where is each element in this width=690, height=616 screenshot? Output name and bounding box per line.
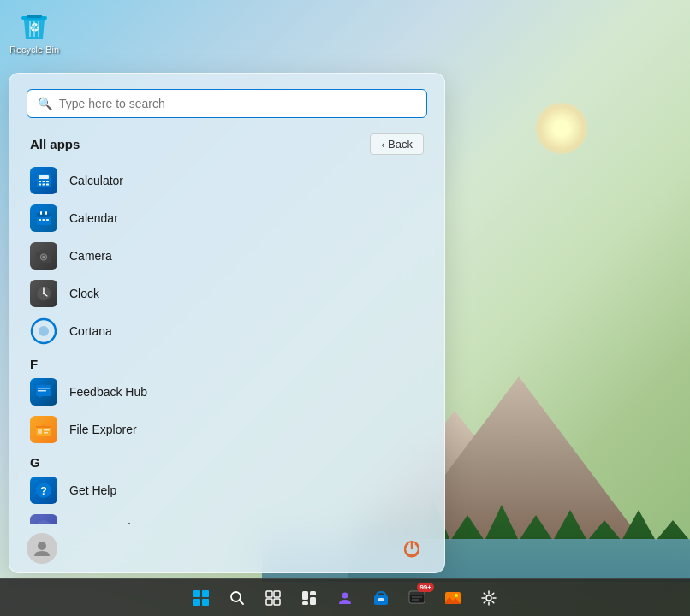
app-item-calculator[interactable]: Calculator <box>23 162 431 199</box>
start-menu-panel: 🔍 All apps ‹ Back <box>9 73 445 573</box>
svg-point-32 <box>39 326 49 336</box>
app-name-get-help: Get Help <box>69 483 116 497</box>
svg-rect-54 <box>266 591 272 597</box>
sun-decoration <box>536 103 587 154</box>
svg-rect-18 <box>39 219 41 221</box>
feedback-hub-icon <box>30 378 57 406</box>
svg-point-30 <box>43 293 45 294</box>
svg-rect-34 <box>38 388 50 389</box>
svg-rect-35 <box>38 390 46 392</box>
svg-rect-55 <box>274 591 280 597</box>
calendar-icon <box>30 204 57 232</box>
app-item-calendar[interactable]: Calendar <box>23 199 431 237</box>
svg-point-71 <box>486 595 491 601</box>
back-chevron-icon: ‹ <box>381 139 384 150</box>
svg-point-70 <box>455 594 458 597</box>
svg-marker-36 <box>39 396 42 399</box>
start-menu-footer <box>9 524 444 572</box>
search-bar[interactable]: 🔍 <box>27 89 427 118</box>
svg-rect-13 <box>46 184 49 186</box>
svg-rect-10 <box>46 181 49 182</box>
app-item-get-help[interactable]: ? Get Help <box>23 471 431 509</box>
svg-rect-57 <box>274 599 280 605</box>
svg-point-24 <box>43 256 45 258</box>
app-item-get-started[interactable]: ✦ Get Started <box>23 509 431 524</box>
svg-rect-17 <box>45 211 47 215</box>
app-item-cortana[interactable]: Cortana <box>23 312 431 350</box>
back-button[interactable]: ‹ Back <box>370 133 424 155</box>
svg-rect-60 <box>310 597 316 605</box>
app-item-feedback-hub[interactable]: Feedback Hub <box>23 373 431 411</box>
taskbar-start-button[interactable] <box>184 581 218 615</box>
desktop: ♻ Recycle Bin 🔍 All apps ‹ Back <box>0 0 690 616</box>
svg-rect-61 <box>302 601 308 605</box>
taskbar-widgets-button[interactable] <box>292 581 326 615</box>
svg-rect-12 <box>43 184 45 186</box>
svg-rect-40 <box>44 432 48 434</box>
recycle-bin[interactable]: ♻ Recycle Bin <box>9 9 60 55</box>
svg-rect-8 <box>39 181 41 182</box>
svg-rect-15 <box>37 213 51 217</box>
taskbar-settings-button[interactable] <box>472 581 506 615</box>
svg-rect-25 <box>40 250 47 252</box>
taskbar-center-items: 99+ <box>184 581 506 615</box>
app-name-cortana: Cortana <box>69 324 112 338</box>
taskbar-teams-button[interactable] <box>328 581 362 615</box>
all-apps-title: All apps <box>30 137 80 151</box>
app-name-camera: Camera <box>69 249 112 263</box>
camera-icon <box>30 242 57 270</box>
clock-icon <box>30 280 57 307</box>
svg-rect-19 <box>43 219 45 221</box>
taskbar-search-button[interactable] <box>220 581 254 615</box>
power-button[interactable] <box>396 533 427 564</box>
section-letter-g: G <box>23 448 431 471</box>
svg-point-49 <box>38 542 46 550</box>
taskbar-photos-button[interactable] <box>436 581 470 615</box>
app-name-clock: Clock <box>69 287 99 300</box>
search-input[interactable] <box>59 97 416 110</box>
svg-rect-56 <box>266 599 272 605</box>
apps-list: Calculator Calendar <box>9 162 444 524</box>
svg-rect-9 <box>43 181 45 182</box>
svg-line-53 <box>240 600 244 604</box>
svg-rect-16 <box>40 211 42 215</box>
svg-rect-64 <box>378 598 384 601</box>
svg-text:?: ? <box>40 484 47 497</box>
search-icon: 🔍 <box>38 97 52 110</box>
app-name-feedback-hub: Feedback Hub <box>69 385 147 399</box>
app-item-file-explorer[interactable]: File Explorer <box>23 411 431 448</box>
back-label: Back <box>388 138 413 151</box>
svg-rect-59 <box>310 591 316 595</box>
calculator-icon <box>30 167 57 194</box>
get-started-icon: ✦ <box>30 514 57 524</box>
taskbar-task-view-button[interactable] <box>256 581 290 615</box>
section-letter-f: F <box>23 350 431 373</box>
search-bar-container: 🔍 <box>9 74 444 127</box>
svg-rect-7 <box>39 175 49 179</box>
badge-count: 99+ <box>417 583 434 592</box>
app-item-clock[interactable]: Clock <box>23 275 431 312</box>
recycle-bin-label: Recycle Bin <box>9 44 59 55</box>
windows-logo-icon <box>193 590 209 606</box>
taskbar: 99+ <box>0 578 690 616</box>
all-apps-header: All apps ‹ Back <box>9 127 444 162</box>
svg-rect-1 <box>27 15 42 18</box>
taskbar-badge-item[interactable]: 99+ <box>400 581 434 615</box>
svg-text:♻: ♻ <box>29 21 40 34</box>
svg-rect-11 <box>39 184 41 186</box>
svg-rect-20 <box>46 219 49 221</box>
app-item-camera[interactable]: Camera <box>23 237 431 275</box>
recycle-bin-icon: ♻ <box>17 9 51 43</box>
get-help-icon: ? <box>30 477 57 504</box>
svg-rect-58 <box>302 591 308 600</box>
app-name-calendar: Calendar <box>69 211 118 225</box>
cortana-icon <box>30 317 57 345</box>
taskbar-store-button[interactable] <box>364 581 398 615</box>
app-name-calculator: Calculator <box>69 174 123 187</box>
svg-point-62 <box>342 592 348 598</box>
user-account-button[interactable] <box>27 533 57 564</box>
file-explorer-icon <box>30 416 57 443</box>
app-name-file-explorer: File Explorer <box>69 423 137 436</box>
svg-rect-39 <box>44 429 50 431</box>
svg-rect-38 <box>38 429 42 434</box>
